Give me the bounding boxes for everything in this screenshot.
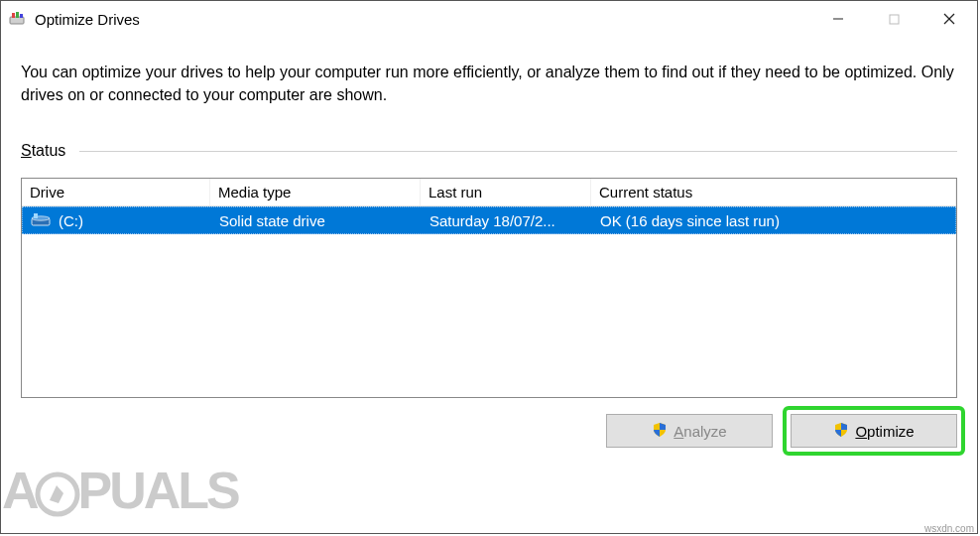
- content-area: You can optimize your drives to help you…: [1, 37, 977, 398]
- optimize-label: Optimize: [855, 423, 914, 440]
- svg-rect-0: [10, 17, 24, 24]
- column-current-status[interactable]: Current status: [591, 179, 956, 205]
- minimize-button[interactable]: [810, 1, 866, 37]
- column-drive[interactable]: Drive: [22, 179, 210, 205]
- shield-icon: [833, 422, 849, 441]
- maximize-button: [866, 1, 921, 37]
- source-label: wsxdn.com: [924, 523, 974, 534]
- drive-cell: (C:): [23, 207, 211, 233]
- analyze-button: Analyze: [606, 414, 773, 448]
- window-title: Optimize Drives: [35, 11, 140, 28]
- optimize-drives-window: Optimize Drives You can optimize your dr…: [0, 0, 978, 534]
- column-last-run[interactable]: Last run: [421, 179, 591, 205]
- divider: [79, 151, 957, 152]
- status-cell: OK (16 days since last run): [592, 207, 955, 233]
- drive-row[interactable]: (C:) Solid state drive Saturday 18/07/2.…: [22, 206, 956, 234]
- svg-rect-10: [34, 213, 38, 218]
- drive-icon: [31, 211, 53, 229]
- status-section-header: Status: [21, 142, 957, 160]
- window-controls: [810, 1, 977, 37]
- last-run-cell: Saturday 18/07/2...: [422, 207, 592, 233]
- app-icon: [9, 10, 27, 28]
- drives-list[interactable]: Drive Media type Last run Current status…: [21, 178, 957, 398]
- svg-rect-1: [12, 13, 15, 18]
- analyze-label: Analyze: [674, 423, 726, 440]
- shield-icon: [652, 422, 668, 441]
- list-header: Drive Media type Last run Current status: [22, 179, 956, 206]
- media-cell: Solid state drive: [211, 207, 422, 233]
- svg-rect-3: [20, 14, 23, 18]
- svg-rect-5: [890, 15, 899, 24]
- svg-rect-2: [16, 12, 19, 18]
- column-media-type[interactable]: Media type: [210, 179, 421, 205]
- button-row: Analyze Optimize: [1, 398, 977, 448]
- status-label: Status: [21, 142, 65, 160]
- description-text: You can optimize your drives to help you…: [21, 61, 957, 106]
- drive-name: (C:): [59, 212, 83, 229]
- close-button[interactable]: [921, 1, 977, 37]
- titlebar: Optimize Drives: [1, 1, 977, 37]
- optimize-button[interactable]: Optimize: [791, 414, 957, 448]
